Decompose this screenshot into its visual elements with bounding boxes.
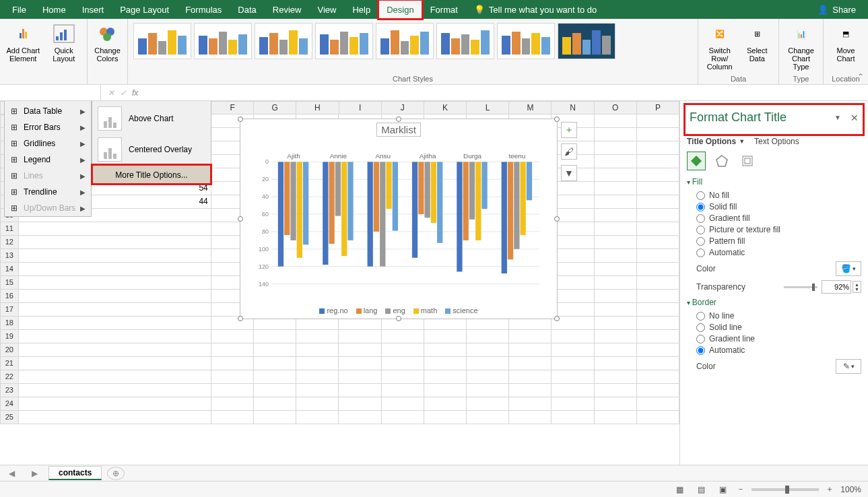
col-header[interactable]: K	[424, 101, 467, 114]
cell[interactable]	[595, 370, 637, 384]
border-color-button[interactable]: ✎▾	[836, 359, 861, 374]
cell[interactable]	[595, 384, 637, 397]
row-header[interactable]: 24	[0, 397, 19, 411]
cell[interactable]	[637, 370, 679, 384]
cell[interactable]	[19, 317, 211, 330]
row-header[interactable]: 20	[0, 343, 19, 357]
sheet-nav-prev[interactable]: ◀	[0, 469, 23, 478]
cell[interactable]	[19, 357, 211, 370]
cell[interactable]	[424, 357, 467, 370]
cell[interactable]	[637, 276, 679, 290]
fx-icon[interactable]: fx	[132, 88, 138, 98]
effects-tab-icon[interactable]	[712, 152, 731, 170]
size-tab-icon[interactable]	[738, 152, 757, 170]
cancel-icon[interactable]: ✕	[108, 88, 114, 98]
menu-home[interactable]: Home	[34, 0, 74, 19]
cell[interactable]	[296, 370, 339, 384]
cell[interactable]	[637, 330, 679, 343]
worksheet[interactable]: DeveloperPublish.com E F G H I J K L M N…	[0, 101, 679, 465]
resize-handle[interactable]	[554, 216, 560, 222]
chart-style-6[interactable]	[436, 23, 494, 59]
row-header[interactable]: 12	[0, 236, 19, 249]
col-header[interactable]: J	[382, 101, 424, 114]
row-header[interactable]: 21	[0, 357, 19, 370]
row-header[interactable]: 19	[0, 330, 19, 343]
cell[interactable]	[339, 357, 381, 370]
cell[interactable]	[211, 330, 254, 343]
cell[interactable]	[19, 290, 211, 303]
cell[interactable]	[19, 370, 211, 384]
menu-format[interactable]: Format	[422, 0, 466, 19]
name-box[interactable]	[0, 85, 101, 100]
row-header[interactable]: 23	[0, 384, 19, 397]
submenu-centered-overlay[interactable]: Centered Overlay	[92, 134, 211, 165]
row-header[interactable]: 13	[0, 249, 19, 263]
cell[interactable]	[552, 397, 594, 411]
col-header[interactable]: L	[467, 101, 509, 114]
new-sheet-button[interactable]: ⊕	[107, 467, 125, 480]
cell[interactable]	[382, 411, 424, 424]
row-header[interactable]: 17	[0, 303, 19, 317]
collapse-ribbon-icon[interactable]: ⌃	[857, 72, 864, 81]
cell[interactable]	[382, 397, 424, 411]
menu-data-table[interactable]: ⊞Data Table▶	[5, 103, 91, 119]
tab-title-options[interactable]: Title Options ▼	[687, 137, 745, 146]
cell[interactable]	[339, 384, 381, 397]
chart-styles-gallery[interactable]	[132, 20, 694, 73]
fill-line-tab-icon[interactable]	[687, 152, 706, 170]
cell[interactable]	[382, 343, 424, 357]
chart-style-2[interactable]	[194, 23, 252, 59]
cell[interactable]	[19, 411, 211, 424]
cell[interactable]	[382, 330, 424, 343]
submenu-above-chart[interactable]: Above Chart	[92, 103, 211, 134]
cell[interactable]	[254, 370, 296, 384]
cell[interactable]	[424, 330, 467, 343]
cell[interactable]	[254, 343, 296, 357]
cell[interactable]	[296, 357, 339, 370]
cell[interactable]	[552, 411, 594, 424]
cell[interactable]	[382, 357, 424, 370]
chart-filter-button[interactable]: ▼	[561, 165, 577, 181]
cell[interactable]	[552, 384, 594, 397]
col-header[interactable]: F	[211, 101, 254, 114]
menu-view[interactable]: View	[309, 0, 344, 19]
cell[interactable]	[509, 397, 552, 411]
change-colors-button[interactable]: Change Colors	[92, 20, 123, 63]
cell[interactable]	[595, 411, 637, 424]
embedded-chart[interactable]: Marklist 020406080100120140AjithAnnieAns…	[240, 119, 558, 319]
share-button[interactable]: 👤Share	[809, 5, 864, 15]
cell[interactable]	[339, 370, 381, 384]
pane-dropdown-icon[interactable]: ▼	[834, 114, 841, 121]
cell[interactable]	[467, 330, 509, 343]
cell[interactable]	[254, 397, 296, 411]
cell[interactable]	[339, 330, 381, 343]
cell[interactable]	[637, 263, 679, 276]
zoom-out-button[interactable]: －	[737, 484, 745, 495]
quick-layout-button[interactable]: Quick Layout	[45, 20, 84, 63]
cell[interactable]	[211, 343, 254, 357]
zoom-level[interactable]: 100%	[840, 485, 861, 494]
cell[interactable]	[637, 384, 679, 397]
accept-icon[interactable]: ✓	[120, 88, 127, 98]
radio-picture-fill[interactable]: Picture or texture fill	[696, 225, 861, 234]
radio-no-fill[interactable]: No fill	[696, 191, 861, 200]
row-header[interactable]: 16	[0, 290, 19, 303]
col-header[interactable]: I	[339, 101, 382, 114]
section-fill[interactable]: Fill	[687, 177, 861, 187]
submenu-more-title-options[interactable]: More Title Options...	[92, 165, 211, 184]
cell[interactable]	[595, 330, 637, 343]
cell[interactable]	[595, 357, 637, 370]
view-normal-icon[interactable]: ▦	[672, 484, 687, 496]
cell[interactable]	[211, 357, 254, 370]
cell[interactable]	[254, 330, 296, 343]
cell[interactable]	[467, 370, 509, 384]
cell[interactable]	[552, 370, 594, 384]
cell[interactable]	[424, 384, 467, 397]
cell[interactable]	[467, 411, 509, 424]
cell[interactable]	[637, 209, 679, 222]
cell[interactable]	[552, 343, 594, 357]
cell[interactable]	[467, 397, 509, 411]
switch-row-column-button[interactable]: 🔀Switch Row/ Column	[702, 20, 737, 71]
sheet-nav-next[interactable]: ▶	[23, 469, 46, 478]
cell[interactable]	[339, 411, 381, 424]
